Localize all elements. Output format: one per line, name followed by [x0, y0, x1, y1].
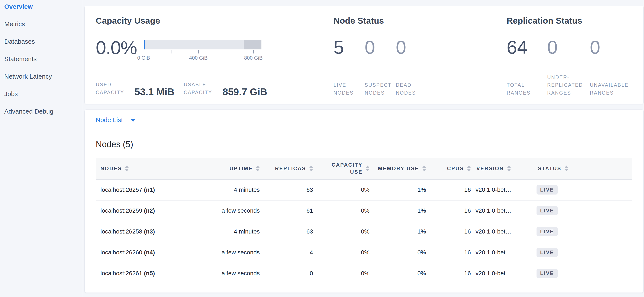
capacity-use-cell: 0%	[314, 221, 371, 242]
status-cell: LIVE	[530, 221, 632, 242]
memory-use-cell: 1%	[371, 221, 427, 242]
sidebar-item-metrics[interactable]: Metrics	[4, 21, 78, 27]
node-id: (n3)	[144, 228, 155, 235]
sort-icon[interactable]	[564, 166, 568, 171]
uptime-cell: a few seconds	[210, 263, 261, 284]
node-status-section: Node Status 5 LIVE NODES 0 SUSPECT NODES…	[334, 16, 507, 97]
column-header-replicas[interactable]: REPLICAS	[261, 158, 314, 179]
capacity-bar	[144, 40, 262, 49]
node-address-cell[interactable]: localhost:26259 (n2)	[96, 200, 210, 221]
sort-icon[interactable]	[422, 166, 426, 171]
under-replicated-ranges-label: UNDER-REPLICATED RANGES	[547, 73, 589, 97]
axis-tick	[253, 50, 254, 53]
column-label: CAPACITY USE	[328, 162, 362, 175]
version-cell: v20.1.0-bet…	[472, 221, 530, 242]
node-address-cell[interactable]: localhost:26258 (n3)	[96, 221, 210, 242]
table-row[interactable]: localhost:26259 (n2) a few seconds 61 0%…	[96, 200, 632, 221]
under-replicated-ranges-value: 0	[547, 37, 590, 57]
uptime-cell: 4 minutes	[210, 221, 261, 242]
uptime-cell: a few seconds	[210, 242, 261, 263]
main-content: Capacity Usage 0.0%	[82, 0, 644, 297]
unavailable-ranges-value: 0	[590, 37, 630, 57]
replicas-cell: 63	[261, 221, 314, 242]
sort-icon[interactable]	[125, 166, 129, 171]
dead-nodes-stat: 0 DEAD NODES	[396, 37, 430, 97]
replication-status-section: Replication Status 64 TOTAL RANGES 0 UND…	[507, 16, 632, 97]
replicas-cell: 4	[261, 242, 314, 263]
column-label: MEMORY USE	[378, 166, 419, 172]
table-row[interactable]: localhost:26258 (n3) 4 minutes 63 0% 1% …	[96, 221, 632, 242]
column-header-capacity-use[interactable]: CAPACITY USE	[314, 158, 371, 179]
cpus-cell: 16	[427, 221, 472, 242]
capacity-usage-section: Capacity Usage 0.0%	[96, 16, 334, 97]
capacity-use-cell: 0%	[314, 179, 371, 200]
version-cell: v20.1.0-bet…	[472, 242, 530, 263]
table-header-row: NODES UPTIME REPLICAS CAPACITY USE MEMOR	[96, 158, 632, 179]
uptime-cell: 4 minutes	[210, 179, 261, 200]
axis-tick-label: 0 GiB	[137, 55, 150, 61]
uptime-cell: a few seconds	[210, 200, 261, 221]
total-ranges-stat: 64 TOTAL RANGES	[507, 37, 547, 97]
column-label: REPLICAS	[275, 166, 306, 172]
node-address-cell[interactable]: localhost:26260 (n4)	[96, 242, 210, 263]
view-selector-label[interactable]: Node List	[96, 116, 123, 124]
axis-tick-label: 800 GiB	[244, 55, 263, 61]
total-ranges-value: 64	[507, 37, 547, 57]
view-selector-dropdown[interactable]: Node List	[85, 110, 643, 130]
status-badge: LIVE	[536, 269, 558, 278]
sidebar-item-jobs[interactable]: Jobs	[4, 91, 78, 97]
axis-tick	[226, 50, 226, 53]
used-capacity-stat: USED CAPACITY 53.1 MiB	[96, 81, 174, 97]
sidebar-item-advanced-debug[interactable]: Advanced Debug	[4, 108, 78, 115]
dead-nodes-value: 0	[396, 37, 430, 57]
sort-icon[interactable]	[507, 166, 511, 171]
sort-icon[interactable]	[256, 166, 260, 171]
column-header-status[interactable]: STATUS	[530, 158, 632, 179]
cpus-cell: 16	[427, 200, 472, 221]
node-address-cell[interactable]: localhost:26261 (n5)	[96, 263, 210, 284]
column-header-memory-use[interactable]: MEMORY USE	[371, 158, 427, 179]
dead-nodes-label: DEAD NODES	[396, 81, 430, 97]
sort-icon[interactable]	[467, 166, 471, 171]
node-id: (n2)	[144, 207, 155, 214]
usable-capacity-value: 859.7 GiB	[223, 87, 268, 97]
column-header-version[interactable]: VERSION	[472, 158, 530, 179]
status-badge: LIVE	[536, 185, 558, 195]
version-cell: v20.1.0-bet…	[472, 200, 530, 221]
suspect-nodes-label: SUSPECT NODES	[365, 81, 396, 97]
node-address-cell[interactable]: localhost:26257 (n1)	[96, 179, 210, 200]
table-row[interactable]: localhost:26261 (n5) a few seconds 0 0% …	[96, 263, 632, 284]
capacity-use-cell: 0%	[314, 263, 371, 284]
capacity-use-cell: 0%	[314, 242, 371, 263]
status-cell: LIVE	[530, 263, 632, 284]
status-cell: LIVE	[530, 179, 632, 200]
capacity-usage-title: Capacity Usage	[96, 16, 334, 25]
node-list-card: Node List Nodes (5) NODES UPTIME	[84, 109, 644, 293]
version-cell: v20.1.0-bet…	[472, 179, 530, 200]
sidebar-item-network-latency[interactable]: Network Latency	[4, 73, 78, 80]
sidebar-item-overview[interactable]: Overview	[4, 3, 78, 10]
replicas-cell: 0	[261, 263, 314, 284]
memory-use-cell: 1%	[371, 200, 427, 221]
sort-icon[interactable]	[366, 166, 370, 171]
table-row[interactable]: localhost:26257 (n1) 4 minutes 63 0% 1% …	[96, 179, 632, 200]
replicas-cell: 61	[261, 200, 314, 221]
table-row[interactable]: localhost:26260 (n4) a few seconds 4 0% …	[96, 242, 632, 263]
status-badge: LIVE	[536, 206, 558, 215]
capacity-percent: 0.0%	[96, 38, 137, 57]
sidebar-item-statements[interactable]: Statements	[4, 56, 78, 62]
used-capacity-value: 53.1 MiB	[134, 87, 174, 97]
capacity-bar-used-segment	[144, 40, 145, 49]
status-badge: LIVE	[536, 248, 558, 257]
column-header-uptime[interactable]: UPTIME	[210, 158, 261, 179]
sidebar-item-databases[interactable]: Databases	[4, 38, 78, 45]
sort-icon[interactable]	[309, 166, 313, 171]
node-address: localhost:26257	[100, 186, 142, 193]
replication-status-title: Replication Status	[507, 16, 632, 25]
node-status-title: Node Status	[334, 16, 507, 25]
column-header-nodes[interactable]: NODES	[96, 158, 210, 179]
column-header-cpus[interactable]: CPUS	[427, 158, 472, 179]
live-nodes-value: 5	[334, 37, 365, 57]
axis-tick	[171, 50, 172, 53]
status-cell: LIVE	[530, 200, 632, 221]
